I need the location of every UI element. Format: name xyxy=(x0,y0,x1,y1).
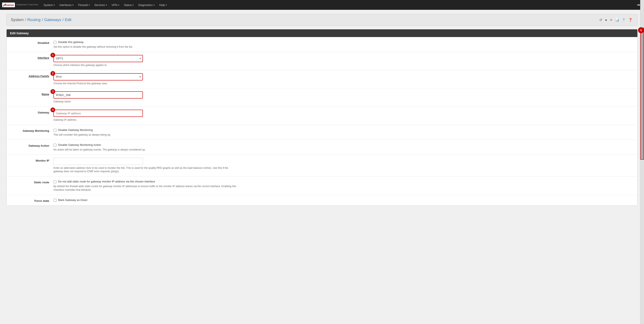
nav-interfaces[interactable]: Interfaces ▾ xyxy=(57,2,76,8)
breadcrumb-system: System xyxy=(11,18,24,22)
static-route-row: Static route Do not add static route for… xyxy=(6,176,638,195)
gateway-action-checkbox-wrap: Disable Gateway Monitoring Action xyxy=(54,143,633,147)
static-route-checkbox[interactable] xyxy=(54,180,56,183)
gateway-action-control: Disable Gateway Monitoring Action No act… xyxy=(54,143,638,152)
chevron-down-icon: ▾ xyxy=(118,4,119,6)
chevron-down-icon: ▾ xyxy=(88,4,90,6)
gateway-row: Gateway 4 Gateway IP address xyxy=(6,107,638,125)
scrollbar-thumb[interactable] xyxy=(640,28,644,160)
chevron-down-icon: ▾ xyxy=(154,4,154,6)
force-state-checkbox[interactable] xyxy=(54,199,56,202)
breadcrumb-icons: ↺ ● ≡ 📊 ⊤ ❓ xyxy=(599,17,633,22)
brand-logo: 𝑝fsense xyxy=(2,2,15,7)
disabled-checkbox-wrap: Disable this gateway xyxy=(54,40,633,44)
static-route-desc: By default the firewall adds static rout… xyxy=(54,185,236,192)
gateway-field-badge: 4 xyxy=(54,110,633,117)
address-family-row: Address Family 2 IPv4 IPv6 ▾ Choose the … xyxy=(6,70,638,89)
monitor-ip-control: Enter an alternative address here to be … xyxy=(54,158,638,174)
nav-diagnostics[interactable]: Diagnostics ▾ xyxy=(136,2,156,8)
table-icon[interactable]: ⊤ xyxy=(622,17,626,22)
disabled-row: Disabled Disable this gateway Set this o… xyxy=(6,37,638,52)
scrollbar-track: 5 xyxy=(640,0,644,210)
static-route-checkbox-label: Do not add static route for gateway moni… xyxy=(58,180,155,183)
gateway-monitoring-checkbox[interactable] xyxy=(54,129,56,132)
breadcrumb: System / Routing / Gateways / Edit xyxy=(11,18,71,22)
brand-logo-text: 𝑝f xyxy=(3,3,6,7)
monitor-ip-desc: Enter an alternative address here to be … xyxy=(54,166,236,174)
breadcrumb-gateways[interactable]: Gateways xyxy=(44,18,61,22)
refresh-icon[interactable]: ↺ xyxy=(599,17,603,22)
stop-icon[interactable]: ● xyxy=(604,17,608,22)
nav-vpn[interactable]: VPN ▾ xyxy=(110,2,122,8)
nav-system[interactable]: System ▾ xyxy=(42,2,57,8)
breadcrumb-sep-3: / xyxy=(62,18,64,22)
force-state-checkbox-label: Mark Gateway as Down xyxy=(58,198,88,202)
navbar: 𝑝fsense COMMUNITY EDITION System ▾ Inter… xyxy=(0,0,644,10)
gateway-action-label: Gateway Action xyxy=(6,143,54,147)
chevron-down-icon: ▾ xyxy=(166,4,167,6)
breadcrumb-routing[interactable]: Routing xyxy=(27,18,40,22)
name-input[interactable] xyxy=(54,91,143,99)
step-5-badge: 5 xyxy=(638,27,644,33)
help-icon[interactable]: ❓ xyxy=(628,17,633,22)
disabled-checkbox-label: Disable this gateway xyxy=(58,40,84,44)
gateway-action-desc: No action will be taken on gateway event… xyxy=(54,148,633,152)
gateway-action-row: Gateway Action Disable Gateway Monitorin… xyxy=(6,140,638,155)
disabled-label: Disabled xyxy=(6,40,54,44)
nav-help[interactable]: Help ▾ xyxy=(157,2,169,8)
interface-desc: Choose which interface this gateway appl… xyxy=(54,63,633,67)
address-family-field-badge: 2 IPv4 IPv6 ▾ xyxy=(54,73,633,80)
panel-title: Edit Gateway xyxy=(6,29,638,37)
page-content: System / Routing / Gateways / Edit ↺ ● ≡… xyxy=(0,10,644,210)
nav-status[interactable]: Status ▾ xyxy=(122,2,136,8)
gateway-monitoring-desc: This will consider this gateway as alway… xyxy=(54,133,633,137)
address-family-desc: Choose the Internet Protocol this gatewa… xyxy=(54,82,633,85)
interface-control: 1 OPT1 WAN LAN ▾ Choose which interface … xyxy=(54,55,638,67)
chevron-down-icon: ▾ xyxy=(106,4,107,6)
disabled-checkbox[interactable] xyxy=(54,41,56,44)
gateway-monitoring-label: Gateway Monitoring xyxy=(6,128,54,132)
force-state-label: Force state xyxy=(6,198,54,202)
interface-label: Interface xyxy=(6,55,54,59)
name-desc: Gateway name xyxy=(54,100,633,103)
static-route-control: Do not add static route for gateway moni… xyxy=(54,179,638,192)
address-family-select-wrap: IPv4 IPv6 ▾ xyxy=(54,73,143,80)
gateway-action-checkbox-label: Disable Gateway Monitoring Action xyxy=(58,143,101,146)
address-family-label: Address Family xyxy=(6,73,54,78)
interface-select[interactable]: OPT1 WAN LAN xyxy=(54,55,143,62)
gateway-monitoring-control: Disable Gateway Monitoring This will con… xyxy=(54,128,638,137)
nav-services[interactable]: Services ▾ xyxy=(92,2,109,8)
interface-select-wrap: OPT1 WAN LAN ▾ xyxy=(54,55,143,62)
interface-field-badge: 1 OPT1 WAN LAN ▾ xyxy=(54,55,633,62)
breadcrumb-sep-1: / xyxy=(25,18,26,22)
gateway-monitoring-row: Gateway Monitoring Disable Gateway Monit… xyxy=(6,125,638,140)
gateway-input[interactable] xyxy=(54,110,143,117)
breadcrumb-edit: Edit xyxy=(65,18,71,22)
breadcrumb-bar: System / Routing / Gateways / Edit ↺ ● ≡… xyxy=(6,14,638,26)
address-family-select[interactable]: IPv4 IPv6 xyxy=(54,73,143,80)
chevron-down-icon: ▾ xyxy=(132,4,134,6)
name-row: Name 3 Gateway name xyxy=(6,88,638,107)
gateway-monitoring-checkbox-wrap: Disable Gateway Monitoring xyxy=(54,128,633,132)
brand: 𝑝fsense COMMUNITY EDITION xyxy=(2,2,38,7)
monitor-ip-input[interactable] xyxy=(54,158,143,165)
nav-firewall[interactable]: Firewall ▾ xyxy=(76,2,92,8)
disabled-desc: Set this option to disable this gateway … xyxy=(54,45,633,49)
static-route-label: Static route xyxy=(6,179,54,184)
name-control: 3 Gateway name xyxy=(54,91,638,103)
gateway-placeholder-label: Gateway IP address xyxy=(54,118,633,122)
monitor-ip-label: Monitor IP xyxy=(6,158,54,162)
chart-icon[interactable]: 📊 xyxy=(614,17,620,22)
brand-edition: COMMUNITY EDITION xyxy=(16,4,38,6)
name-label: Name xyxy=(6,91,54,96)
disabled-control: Disable this gateway Set this option to … xyxy=(54,40,638,49)
list-icon[interactable]: ≡ xyxy=(610,17,613,22)
step-1-badge: 1 xyxy=(50,53,55,57)
nav-items: System ▾ Interfaces ▾ Firewall ▾ Service… xyxy=(42,2,635,8)
gateway-action-checkbox[interactable] xyxy=(54,144,56,147)
force-state-control: Mark Gateway as Down xyxy=(54,198,638,202)
panel-body: Disabled Disable this gateway Set this o… xyxy=(6,37,638,205)
gateway-label: Gateway xyxy=(6,110,54,114)
breadcrumb-sep-2: / xyxy=(42,18,43,22)
force-state-row: Force state Mark Gateway as Down xyxy=(6,195,638,205)
